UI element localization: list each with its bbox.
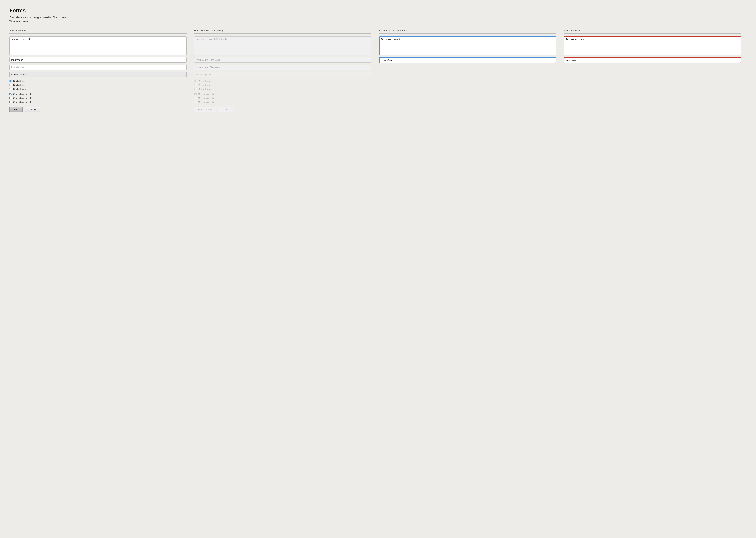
radio-disabled-group-2: Radio Label: [194, 83, 371, 86]
radio-group-1: Radio Label: [10, 80, 187, 82]
checkbox-disabled-label-3: Checkbox Label: [198, 101, 216, 103]
radio-label-2: Radio Label: [13, 83, 26, 86]
radios-disabled: Radio Label Radio Label Radio Label: [194, 80, 371, 90]
checkbox-group-2: Checkbox Label: [10, 97, 187, 99]
checkbox-disabled-2: [194, 97, 197, 99]
radio-disabled-label-2: Radio Label: [198, 83, 211, 86]
columns-container: Form Elements Text area content Select O…: [10, 29, 746, 112]
textarea-group-normal: Text area content: [10, 36, 187, 55]
radio-1[interactable]: [10, 80, 12, 82]
checkboxes-normal: Checkbox Label Checkbox Label Checkbox L…: [10, 93, 187, 103]
col-normal-header: Form Elements: [10, 29, 187, 34]
checkbox-disabled-3: [194, 101, 197, 103]
input2-group-normal: [10, 65, 187, 70]
radio-3[interactable]: [10, 87, 12, 90]
checkbox-disabled-label-1: Checkbox Label: [198, 93, 216, 95]
textarea-group-disabled: [194, 36, 371, 55]
radio-disabled-2: [194, 83, 197, 86]
checkbox-group-1: Checkbox Label: [10, 93, 187, 95]
page-title: Forms: [10, 8, 746, 14]
ok-button[interactable]: OK: [10, 106, 23, 112]
cancel-button-disabled: Cancel: [218, 106, 233, 112]
radio-disabled-group-1: Radio Label: [194, 80, 371, 82]
col-focus: Form Elements with Focus Text area conte…: [377, 29, 562, 65]
input-placeholder-normal[interactable]: [10, 65, 187, 70]
checkboxes-disabled: Checkbox Label Checkbox Label Checkbox L…: [194, 93, 371, 103]
checkbox-3[interactable]: [10, 101, 12, 103]
select-disabled: Select Option: [194, 72, 371, 78]
col-disabled-header: Form Elements (Disabled): [194, 29, 371, 34]
input-error[interactable]: [564, 57, 741, 63]
input1-group-disabled: [194, 57, 371, 63]
col-normal: Form Elements Text area content Select O…: [10, 29, 192, 112]
col-focus-header: Form Elements with Focus: [379, 29, 556, 34]
radios-normal: Radio Label Radio Label Radio Label: [10, 80, 187, 90]
input-group-focus: [379, 57, 556, 63]
radio-disabled-group-3: Radio Label: [194, 87, 371, 90]
input-value-disabled-1: [194, 57, 371, 63]
input-group-error: [564, 57, 741, 63]
checkbox-label-2: Checkbox Label: [13, 97, 31, 99]
radio-disabled-label-1: Radio Label: [198, 80, 211, 82]
radio-disabled-label-3: Radio Label: [198, 87, 211, 90]
button-label-disabled: Button Label: [194, 106, 216, 112]
checkbox-1[interactable]: [10, 93, 12, 95]
checkbox-disabled-group-3: Checkbox Label: [194, 101, 371, 103]
buttons-normal: OK Cancel: [10, 106, 187, 112]
textarea-group-error: Text area content: [564, 36, 741, 55]
textarea-group-focus: Text area content: [379, 36, 556, 55]
select-group-disabled: Select Option: [194, 72, 371, 78]
page-description: Form elements initial designs based on S…: [10, 16, 746, 24]
checkbox-disabled-1: [194, 93, 197, 95]
input1-group-normal: [10, 57, 187, 63]
radio-group-2: Radio Label: [10, 83, 187, 86]
radio-disabled-1: [194, 80, 197, 82]
checkbox-disabled-label-2: Checkbox Label: [198, 97, 216, 99]
radio-disabled-3: [194, 87, 197, 90]
checkbox-2[interactable]: [10, 97, 12, 99]
select-group-normal: Select Option: [10, 72, 187, 78]
radio-label-3: Radio Label: [13, 87, 26, 90]
textarea-disabled: [194, 36, 371, 55]
col-errors: Validation Errors Text area content: [562, 29, 746, 65]
checkbox-label-1: Checkbox Label: [13, 93, 31, 95]
buttons-disabled: Button Label Cancel: [194, 106, 371, 112]
col-errors-header: Validation Errors: [564, 29, 741, 34]
radio-label-1: Radio Label: [13, 80, 26, 82]
radio-2[interactable]: [10, 83, 12, 86]
textarea-error[interactable]: Text area content: [564, 36, 741, 55]
input-focus[interactable]: [379, 57, 556, 63]
radio-group-3: Radio Label: [10, 87, 187, 90]
checkbox-label-3: Checkbox Label: [13, 101, 31, 103]
textarea-normal[interactable]: Text area content: [10, 36, 187, 55]
input-value-normal[interactable]: [10, 57, 187, 63]
checkbox-disabled-group-1: Checkbox Label: [194, 93, 371, 95]
cancel-button[interactable]: Cancel: [24, 106, 40, 112]
input2-group-disabled: [194, 65, 371, 70]
input-value-disabled-2: [194, 65, 371, 70]
checkbox-group-3: Checkbox Label: [10, 101, 187, 103]
col-disabled: Form Elements (Disabled) Select Option R…: [192, 29, 377, 112]
checkbox-disabled-group-2: Checkbox Label: [194, 97, 371, 99]
select-normal[interactable]: Select Option: [10, 72, 187, 78]
textarea-focus[interactable]: Text area content: [379, 36, 556, 55]
